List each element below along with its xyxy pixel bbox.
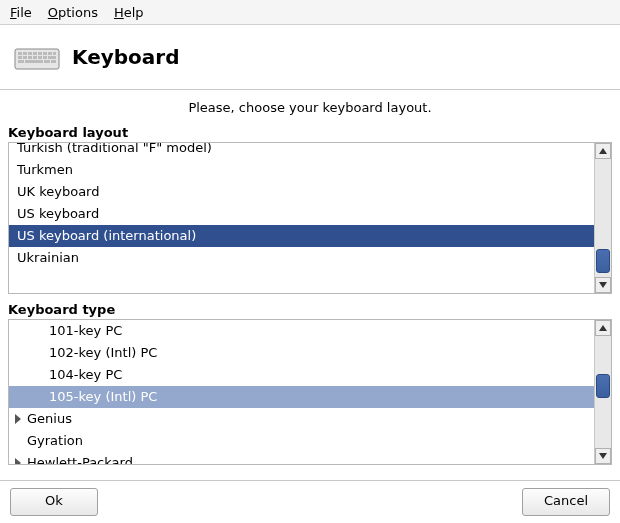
- tree-item-label: 104-key PC: [49, 367, 122, 382]
- tree-child-item[interactable]: 102-key (Intl) PC: [9, 342, 595, 364]
- tree-item-label: 105-key (Intl) PC: [49, 389, 157, 404]
- cancel-button[interactable]: Cancel: [522, 488, 610, 516]
- tree-item[interactable]: Hewlett-Packard: [9, 452, 595, 464]
- svg-rect-1: [18, 52, 22, 55]
- svg-rect-17: [25, 60, 43, 63]
- tree-item-label: Hewlett-Packard: [27, 455, 133, 464]
- svg-rect-12: [33, 56, 37, 59]
- list-item[interactable]: Turkmen: [9, 159, 595, 181]
- tree-item-label: Genius: [27, 411, 72, 426]
- menubar: File Options Help: [0, 0, 620, 25]
- svg-rect-15: [48, 56, 56, 59]
- tree-child-item[interactable]: 105-key (Intl) PC: [9, 386, 595, 408]
- list-item[interactable]: US keyboard (international): [9, 225, 595, 247]
- keyboard-layout-list[interactable]: Turkish (modern "Q" model)Turkish (tradi…: [8, 142, 612, 294]
- keyboard-icon: [14, 43, 60, 71]
- svg-rect-3: [28, 52, 32, 55]
- svg-rect-14: [43, 56, 47, 59]
- scroll-thumb[interactable]: [596, 374, 610, 398]
- button-bar: Ok Cancel: [0, 480, 620, 523]
- svg-rect-4: [33, 52, 37, 55]
- svg-rect-9: [18, 56, 22, 59]
- svg-rect-6: [43, 52, 47, 55]
- svg-rect-10: [23, 56, 27, 59]
- scrollbar-type[interactable]: [594, 320, 611, 464]
- menu-options[interactable]: Options: [42, 3, 108, 22]
- tree-child-item[interactable]: 101-key PC: [9, 320, 595, 342]
- page-title: Keyboard: [72, 45, 179, 69]
- svg-rect-7: [48, 52, 52, 55]
- scroll-down-button[interactable]: [595, 277, 611, 293]
- header: Keyboard: [0, 25, 620, 89]
- section-label-type: Keyboard type: [0, 300, 620, 319]
- list-item[interactable]: UK keyboard: [9, 181, 595, 203]
- svg-rect-18: [44, 60, 50, 63]
- section-label-layout: Keyboard layout: [0, 123, 620, 142]
- tree-child-item[interactable]: 104-key PC: [9, 364, 595, 386]
- svg-rect-11: [28, 56, 32, 59]
- ok-button[interactable]: Ok: [10, 488, 98, 516]
- tree-item[interactable]: Genius: [9, 408, 595, 430]
- scrollbar-layout[interactable]: [594, 143, 611, 293]
- list-item[interactable]: Turkish (traditional "F" model): [9, 143, 595, 159]
- expand-arrow-icon[interactable]: [15, 458, 21, 464]
- svg-rect-8: [53, 52, 56, 55]
- scroll-down-button[interactable]: [595, 448, 611, 464]
- svg-rect-16: [18, 60, 24, 63]
- list-item[interactable]: US keyboard: [9, 203, 595, 225]
- scroll-up-button[interactable]: [595, 143, 611, 159]
- instruction-text: Please, choose your keyboard layout.: [0, 90, 620, 123]
- svg-rect-5: [38, 52, 42, 55]
- scroll-thumb[interactable]: [596, 249, 610, 273]
- expand-arrow-icon[interactable]: [15, 414, 21, 424]
- menu-help[interactable]: Help: [108, 3, 154, 22]
- tree-item-label: 102-key (Intl) PC: [49, 345, 157, 360]
- scroll-up-button[interactable]: [595, 320, 611, 336]
- tree-item[interactable]: Gyration: [9, 430, 595, 452]
- tree-item-label: Gyration: [27, 433, 83, 448]
- list-item[interactable]: Ukrainian: [9, 247, 595, 269]
- keyboard-type-tree[interactable]: 101-key PC102-key (Intl) PC104-key PC105…: [8, 319, 612, 465]
- svg-rect-13: [38, 56, 42, 59]
- svg-rect-2: [23, 52, 27, 55]
- menu-file[interactable]: File: [4, 3, 42, 22]
- svg-rect-19: [51, 60, 56, 63]
- tree-item-label: 101-key PC: [49, 323, 122, 338]
